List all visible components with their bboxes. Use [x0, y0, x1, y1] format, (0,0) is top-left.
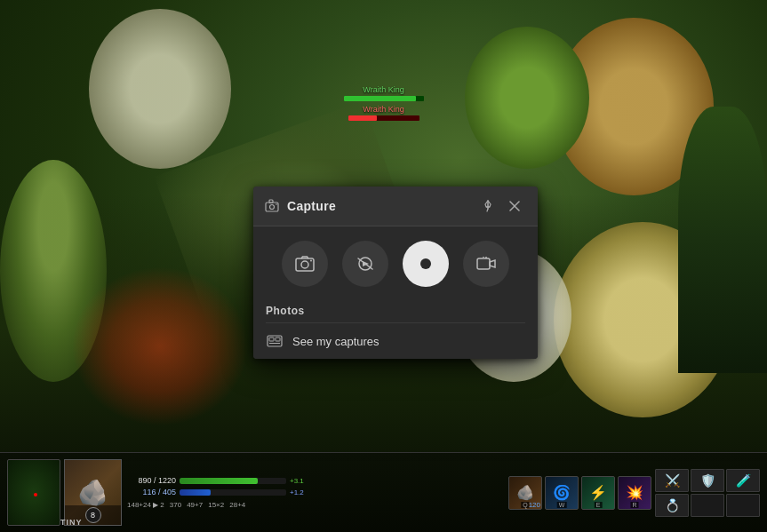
hud-bottom: 🪨 8 890 / 1220 +3.1 116 / 405	[0, 452, 767, 532]
item-slot-4[interactable]: 💍	[655, 494, 689, 517]
record-button[interactable]	[403, 241, 449, 287]
close-button[interactable]	[504, 195, 525, 217]
hp-numbers: 890 / 1220	[127, 476, 176, 485]
hp-max: 1220	[158, 476, 176, 485]
item-slot-2[interactable]: 🛡️	[691, 469, 724, 492]
extra-stats: 148+24 ▶ 2 370 49+7 15×2 28+4	[127, 501, 503, 509]
ally-hp-bar	[344, 96, 424, 101]
item-slot-6[interactable]	[726, 494, 760, 517]
mp-bar	[180, 489, 286, 496]
mp-stat-row: 116 / 405 +1.2	[127, 488, 503, 496]
mp-delta: +1.2	[290, 488, 315, 496]
svg-point-1	[270, 205, 275, 210]
bg-tree	[678, 107, 767, 373]
pin-button[interactable]	[477, 195, 499, 217]
items-bar: ⚔️ 🛡️ 🧪 💍	[655, 469, 760, 517]
game-background: Wraith King Wraith King 🪨 8 890 /	[0, 0, 767, 532]
see-captures-icon	[266, 332, 284, 350]
svg-line-6	[487, 209, 488, 211]
ally-hp-fill	[344, 96, 416, 101]
hero-level-badge: 8	[85, 507, 101, 523]
minimap-hero-dot	[34, 493, 37, 496]
mp-numbers: 116 / 405	[127, 488, 176, 496]
ability-w-key: W	[557, 502, 567, 508]
ability-r[interactable]: 💥 R	[618, 476, 651, 510]
abilities-bar: 🪨 Q 120 🌀 W ⚡ E 💥 R	[508, 476, 651, 510]
capture-header-actions	[477, 195, 525, 217]
item-slot-5[interactable]	[691, 494, 724, 517]
combat-glow	[71, 266, 249, 426]
capture-modal: Capture	[253, 187, 538, 359]
stat-armor: 370	[170, 501, 181, 509]
ally-name: Wraith King	[363, 85, 403, 94]
ability-e[interactable]: ⚡ E	[581, 476, 615, 510]
minimap[interactable]	[7, 459, 60, 526]
see-captures-label: See my captures	[292, 335, 380, 348]
svg-point-11	[310, 260, 312, 262]
svg-rect-17	[269, 337, 274, 341]
stat-regen: 15×2	[208, 501, 224, 509]
stat-speed: 49+7	[187, 501, 203, 509]
ability-r-key: R	[630, 502, 638, 508]
enemy-name: Wraith King	[363, 105, 403, 114]
enemy-hp-bar	[348, 115, 419, 121]
mp-current: 116	[142, 488, 156, 496]
enemy-hp-fill	[348, 115, 377, 121]
bg-tree	[465, 27, 589, 169]
item-slot-3[interactable]: 🧪	[726, 469, 760, 492]
bg-tree	[89, 9, 231, 169]
capture-app-icon	[264, 198, 280, 214]
ability-q-mana: 120	[529, 501, 540, 509]
capture-toolbar	[253, 226, 538, 301]
stat-mr: 28+4	[229, 501, 245, 509]
hp-stat-row: 890 / 1220 +3.1	[127, 476, 503, 485]
mp-bar-fill	[180, 489, 211, 496]
ability-e-key: E	[595, 502, 603, 508]
record-dot	[420, 258, 431, 269]
enemy-hp-area: Wraith King	[348, 105, 419, 121]
svg-point-3	[276, 203, 277, 205]
hp-delta: +3.1	[290, 477, 315, 485]
svg-point-10	[301, 261, 308, 268]
item-slot-1[interactable]: ⚔️	[655, 469, 689, 492]
clip-button[interactable]	[342, 241, 388, 287]
svg-rect-18	[276, 337, 280, 341]
hero-portrait: 🪨 8	[64, 459, 122, 526]
hp-bar	[180, 478, 286, 484]
capture-modal-header: Capture	[253, 187, 538, 226]
ability-w[interactable]: 🌀 W	[545, 476, 579, 510]
hero-stats: 890 / 1220 +3.1 116 / 405 +1.2	[122, 474, 508, 511]
hero-name-label: TINY	[60, 518, 83, 527]
mp-max: 405	[163, 488, 176, 496]
stat-atk: 148+24 ▶ 2	[127, 501, 164, 509]
ability-q[interactable]: 🪨 Q 120	[508, 476, 542, 510]
hp-bar-fill	[180, 478, 258, 484]
capture-modal-title: Capture	[287, 199, 477, 213]
see-captures-row[interactable]: See my captures	[253, 323, 538, 359]
photos-section-label: Photos	[253, 301, 538, 322]
svg-rect-13	[477, 258, 490, 269]
hp-current: 890	[138, 476, 151, 485]
ally-hp-area: Wraith King	[344, 85, 424, 101]
facecam-button[interactable]	[463, 241, 509, 287]
svg-rect-2	[269, 200, 273, 203]
screenshot-button[interactable]	[282, 241, 328, 287]
